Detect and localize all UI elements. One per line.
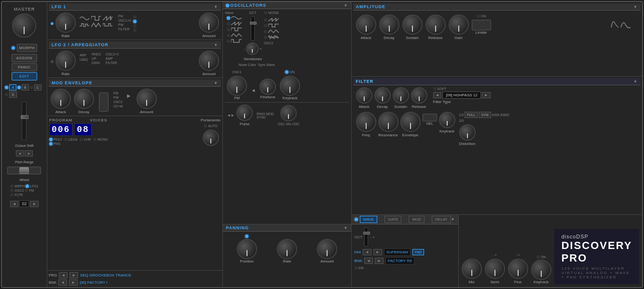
full-btn[interactable]: FULL [465, 112, 478, 118]
resonance-knob[interactable] [378, 112, 398, 132]
noise-led[interactable] [264, 11, 267, 14]
finetune-knob[interactable] [260, 79, 276, 95]
pitch-prev-btn[interactable]: ◄ [10, 201, 19, 207]
semitones-knob[interactable] [246, 42, 259, 55]
mod-tab[interactable]: MOD [409, 216, 425, 223]
osc2-wave4-led[interactable] [264, 36, 267, 39]
lfo1-rate-knob[interactable] [55, 13, 76, 33]
osc-pulse-icon[interactable] [231, 39, 242, 43]
assign-button[interactable]: ASSIGN [12, 54, 37, 62]
osc2-on-led[interactable] [285, 70, 288, 74]
slot-a-btn[interactable]: A [9, 84, 16, 91]
slot-c-btn[interactable]: C [34, 84, 41, 91]
osc2-noise-icon[interactable] [268, 35, 279, 39]
pulse-knob[interactable] [236, 105, 253, 121]
tri-icon[interactable] [91, 22, 101, 28]
freq-knob[interactable] [356, 112, 376, 132]
soft-led[interactable] [433, 87, 437, 91]
pan-position-knob[interactable] [237, 239, 257, 259]
osc-wave2-led[interactable] [227, 22, 230, 26]
voices-display[interactable]: 08 [74, 123, 92, 136]
poly-led[interactable] [49, 138, 53, 141]
filter-type-prev[interactable]: ◄ [433, 92, 442, 98]
lfo1-osc1-led[interactable] [133, 20, 137, 23]
limiter-toggle[interactable] [472, 20, 491, 30]
auto-led[interactable] [204, 124, 207, 128]
morph-button[interactable]: MORPH [17, 44, 37, 52]
wave-fm-led[interactable] [355, 266, 358, 270]
wave-tab[interactable]: WAVE [360, 216, 378, 223]
sym-btn[interactable]: SYM [479, 112, 491, 118]
lega-led[interactable] [64, 138, 68, 141]
wave-prog2-name[interactable]: FACTORY R6 [385, 257, 414, 264]
lfo1-fm-led[interactable] [133, 15, 137, 19]
oct-slider[interactable] [251, 16, 255, 40]
filt-sustain-knob[interactable] [393, 87, 409, 104]
pulse-icon[interactable] [103, 22, 112, 28]
square-icon[interactable] [91, 15, 101, 21]
lfo1-filter-led[interactable] [133, 28, 137, 32]
chr-led[interactable] [80, 138, 83, 141]
filter-type-next[interactable]: ► [482, 92, 491, 98]
osc2-wave3-led[interactable] [264, 30, 267, 33]
wave-prog2-prev[interactable]: ◄ [364, 258, 373, 264]
osc2-tri-icon[interactable] [268, 29, 279, 34]
filt-attack-knob[interactable] [356, 87, 372, 104]
prg-prev-btn[interactable]: ◄ [59, 272, 68, 278]
lfo1-pw-led[interactable] [133, 24, 137, 27]
wave-fine-knob[interactable] [508, 259, 528, 279]
gate-tab[interactable]: GATE [384, 216, 401, 223]
wave-mix-knob[interactable] [462, 259, 482, 279]
prg-next-btn[interactable]: ► [69, 272, 78, 278]
amp-sustain-knob[interactable] [402, 14, 423, 35]
distortion-knob[interactable] [459, 124, 476, 141]
amp-attack-knob[interactable] [356, 14, 376, 35]
osc-sq-icon[interactable] [231, 27, 242, 32]
vel-toggle[interactable] [423, 114, 437, 121]
mix-knob[interactable] [280, 105, 297, 121]
keytrack-filt-knob[interactable] [439, 112, 455, 128]
wave-prog1-next[interactable]: ► [373, 249, 382, 255]
octave-up-btn[interactable]: ► [25, 150, 33, 157]
wave-prog1-prev[interactable]: ◄ [363, 249, 371, 255]
filt-decay-knob[interactable] [374, 87, 391, 104]
osc2-wave1-led[interactable] [264, 18, 267, 22]
osc-tri-icon[interactable] [231, 33, 242, 38]
osc2-saw-icon[interactable] [268, 17, 279, 22]
amp-release-knob[interactable] [425, 14, 446, 35]
program-display[interactable]: 006 [49, 123, 72, 136]
lfo2-rate-knob[interactable] [55, 51, 76, 71]
osc-wave5-led[interactable] [227, 39, 230, 43]
mod-env-amount-knob[interactable] [137, 89, 157, 109]
portamento-knob[interactable] [203, 130, 219, 146]
filt-release-knob[interactable] [411, 87, 427, 104]
phs-led[interactable] [49, 142, 53, 145]
lfo1-radio[interactable] [51, 22, 54, 25]
pan-rate-knob[interactable] [277, 239, 297, 259]
bnk-prev-btn[interactable]: ◄ [58, 279, 67, 286]
edit-button[interactable]: EDIT [12, 72, 37, 80]
wave-semi-knob[interactable] [485, 259, 505, 279]
bnk-next-btn[interactable]: ► [69, 279, 78, 286]
lfo1-amount-knob[interactable] [199, 13, 219, 33]
wave-pad-btn[interactable]: PAD [412, 249, 424, 255]
slot-d-btn[interactable]: D [9, 92, 16, 98]
lfo2-amount-knob[interactable] [199, 51, 219, 71]
osc-saw-icon[interactable] [231, 21, 242, 26]
pitch-range-slider[interactable] [7, 167, 41, 174]
osc-wave3-led[interactable] [227, 28, 230, 31]
osc-wave1-led[interactable] [227, 16, 230, 20]
wave-oct-slider[interactable] [364, 227, 368, 247]
panic-button[interactable]: PANIC [12, 63, 37, 71]
keytrack-knob[interactable] [280, 76, 300, 96]
saw-icon[interactable] [103, 15, 112, 21]
wave-on-led[interactable] [536, 255, 540, 259]
sine-icon[interactable] [80, 15, 89, 21]
osc2-wave2-led[interactable] [264, 24, 267, 27]
osc-sine-icon[interactable] [231, 15, 242, 20]
octave-down-btn[interactable]: ◄ [16, 150, 24, 157]
lfo2-radio[interactable] [51, 60, 54, 63]
delay-tab[interactable]: DELAY [432, 216, 451, 223]
limiter-led[interactable] [477, 14, 480, 18]
mod-env-toggle[interactable] [99, 92, 109, 112]
